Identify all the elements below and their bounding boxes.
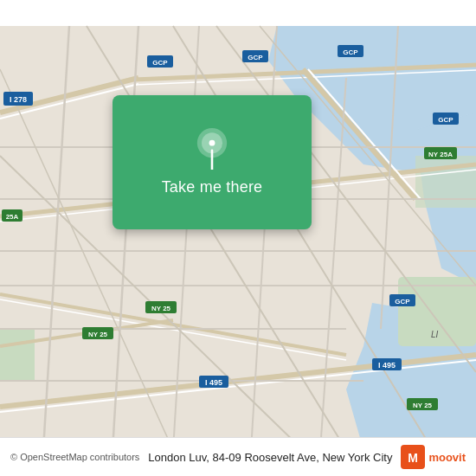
moovit-brand-name: moovit <box>428 451 466 464</box>
svg-text:M: M <box>408 451 419 465</box>
svg-point-70 <box>209 140 215 146</box>
moovit-logo: M moovit <box>401 445 466 469</box>
map-background: I 278 GCP GCP GCP GCP NY 25A NY 25A 25A … <box>0 0 476 476</box>
svg-text:GCP: GCP <box>248 54 263 61</box>
svg-text:LI: LI <box>431 330 439 339</box>
svg-text:GCP: GCP <box>395 298 410 306</box>
svg-text:GCP: GCP <box>152 59 168 67</box>
svg-text:I 495: I 495 <box>378 361 396 370</box>
osm-credit: © OpenStreetMap contributors <box>10 452 139 462</box>
address-text: London Luv, 84-09 Roosevelt Ave, New Yor… <box>139 451 401 464</box>
svg-text:NY 25: NY 25 <box>151 305 171 312</box>
svg-text:NY 25: NY 25 <box>88 331 108 338</box>
svg-text:NY 25A: NY 25A <box>428 151 453 158</box>
svg-text:NY 25: NY 25 <box>413 402 433 409</box>
moovit-icon: M <box>401 445 425 469</box>
svg-text:25A: 25A <box>6 213 19 221</box>
location-pin-icon <box>191 128 233 170</box>
take-me-there-button[interactable]: Take me there <box>162 178 263 196</box>
svg-text:GCP: GCP <box>343 48 358 56</box>
action-card[interactable]: Take me there <box>113 95 312 229</box>
svg-text:GCP: GCP <box>438 116 453 124</box>
svg-text:I 495: I 495 <box>205 378 222 387</box>
svg-rect-5 <box>0 329 35 381</box>
bottom-bar: © OpenStreetMap contributors London Luv,… <box>0 437 476 476</box>
svg-text:I 278: I 278 <box>10 95 27 104</box>
map-container: I 278 GCP GCP GCP GCP NY 25A NY 25A 25A … <box>0 0 476 476</box>
